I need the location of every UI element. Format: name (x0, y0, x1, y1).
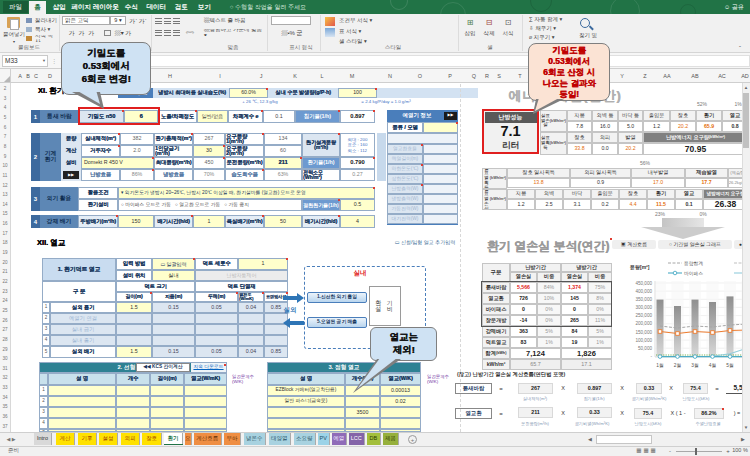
svg-text:3월: 3월 (691, 363, 699, 368)
svg-text:풍량[m³]: 풍량[m³] (630, 264, 650, 271)
svg-text:1월: 1월 (656, 363, 664, 368)
svg-text:2월: 2월 (674, 363, 682, 368)
svg-text:5월: 5월 (726, 363, 734, 368)
svg-text:450,000: 450,000 (635, 281, 652, 286)
svg-text:150,000: 150,000 (635, 330, 652, 335)
svg-text:250,000: 250,000 (635, 313, 652, 318)
svg-text:바이패스: 바이패스 (684, 271, 703, 276)
svg-text:50,000: 50,000 (638, 346, 652, 351)
svg-text:350,000: 350,000 (635, 297, 652, 302)
svg-text:400,000: 400,000 (635, 289, 652, 294)
svg-text:200,000: 200,000 (635, 321, 652, 326)
svg-text:300,000: 300,000 (635, 305, 652, 310)
svg-text:4월: 4월 (709, 363, 717, 368)
svg-text:100,000: 100,000 (635, 338, 652, 343)
svg-text:풍량합계: 풍량합계 (684, 261, 703, 266)
svg-text:-: - (650, 354, 652, 359)
